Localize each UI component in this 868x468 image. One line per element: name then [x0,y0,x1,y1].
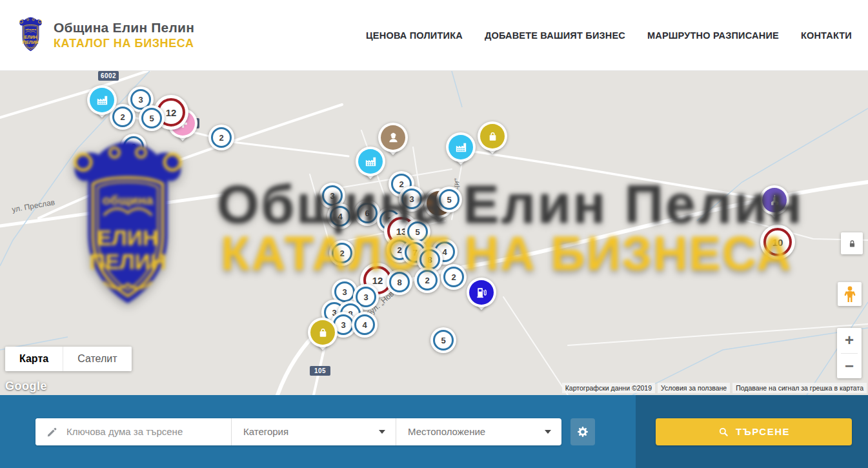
lock-button[interactable] [841,232,863,254]
zoom-control: + − [837,328,862,378]
municipality-crest-logo: община ЕЛИН ПЕЛИН [15,16,46,55]
attribution-link[interactable]: Подаване на сигнал за грешка в картата [732,383,867,393]
brand[interactable]: община ЕЛИН ПЕЛИН Община Елин Пелин КАТА… [15,16,194,55]
header: община ЕЛИН ПЕЛИН Община Елин Пелин КАТА… [0,0,868,71]
nav-contacts[interactable]: КОНТАКТИ [801,30,852,41]
category-select[interactable]: Категория [231,418,396,445]
map-type-satellite-button[interactable]: Сателит [63,347,131,371]
search-fields-panel: Категория Местоположение [0,395,636,468]
cluster-marker[interactable]: 4 [352,312,378,338]
pin-circle [467,278,496,307]
cluster-marker[interactable]: 2 [208,125,234,150]
bag-icon [316,325,330,340]
bag-pin-marker[interactable] [308,318,338,352]
watermark-subtitle: КАТАЛОГ НА БИЗНЕСА [221,226,792,281]
cluster-marker[interactable]: 5 [430,327,456,353]
factory-icon [363,154,378,169]
search-submit-panel: ТЪРСЕНЕ [636,395,868,468]
gear-icon [576,425,589,438]
pencil-icon [46,425,59,438]
keyword-field-wrap [35,418,231,445]
brand-subtitle: КАТАЛОГ НА БИЗНЕСА [54,37,194,50]
brand-title: Община Елин Пелин [54,20,194,36]
cluster-count: 4 [362,320,367,330]
worker-icon [386,130,401,145]
pegman-icon [843,286,857,303]
header-logo-name2-text: ПЕЛИН [23,40,39,45]
fuel-pin-marker[interactable] [467,278,496,312]
road-shield-label: 105 [310,366,330,376]
cluster-count: 3 [342,287,347,297]
map-canvas[interactable]: 6002105ул. Преславбул. „Новоселци“ 3 12 [0,71,868,395]
search-button[interactable]: ТЪРСЕНЕ [656,418,852,445]
nav-pricing-policy[interactable]: ЦЕНОВА ПОЛИТИКА [366,30,463,41]
location-select[interactable]: Местоположение [396,418,561,445]
search-bar: Категория Местоположение ТЪРСЕНЕ [0,395,868,468]
header-logo-name1-text: ЕЛИН [25,35,37,39]
google-logo[interactable]: Google [5,380,47,393]
pin-circle [446,132,476,162]
pin-circle [478,121,507,151]
cluster-count: 5 [149,114,154,123]
road-shield-label: 6002 [98,71,119,81]
cluster-count: 5 [441,336,445,345]
pin-circle [308,318,338,347]
zoom-in-button[interactable]: + [837,328,862,353]
nav-route-schedule[interactable]: МАРШРУТНО РАЗПИСАНИЕ [647,30,779,41]
watermark-logo-top-text: община [103,192,154,207]
cluster-count: 2 [120,112,125,122]
pin-circle [356,147,385,176]
fuel-icon [474,285,489,300]
keyword-search-input[interactable] [35,418,231,445]
search-icon [718,426,729,438]
pin-circle [87,85,117,115]
main-nav: ЦЕНОВА ПОЛИТИКА ДОБАВЕТЕ ВАШИЯТ БИЗНЕС М… [366,30,868,41]
bag-icon [485,129,500,144]
cluster-count: 12 [166,107,177,118]
map-type-control: Карта Сателит [5,347,132,371]
map-attribution: Картографски данни ©2019Условия за ползв… [562,383,867,393]
location-select-value: Местоположение [396,426,485,437]
attribution-link[interactable]: Условия за ползване [658,383,730,393]
bag-pin-marker[interactable] [478,121,507,156]
watermark-crest-logo: община ЕЛИН ПЕЛИН [55,138,201,319]
watermark-logo-name2-text: ПЕЛИН [90,250,166,274]
factory-pin-marker[interactable] [446,132,476,167]
cluster-count: 3 [341,320,345,330]
pegman-street-view-button[interactable] [838,282,862,306]
factory-icon [95,93,110,108]
cluster-count: 2 [219,133,223,143]
chevron-down-icon [379,430,385,434]
cluster-count: 3 [363,292,368,302]
map-type-map-button[interactable]: Карта [5,347,63,371]
chevron-down-icon [545,430,551,434]
lock-icon [847,238,858,249]
header-logo-top-text: община [25,28,36,31]
factory-icon [454,140,469,155]
attribution-text: Картографски данни ©2019 [562,383,655,393]
zoom-out-button[interactable]: − [837,353,862,378]
nav-add-your-business[interactable]: ДОБАВЕТЕ ВАШИЯТ БИЗНЕС [485,30,625,41]
advanced-search-gear-button[interactable] [570,418,595,445]
cluster-marker[interactable]: 5 [139,105,165,131]
factory-pin-marker[interactable] [87,85,117,119]
watermark-logo-name1-text: ЕЛИН [97,226,158,250]
search-button-label: ТЪРСЕНЕ [736,426,790,437]
category-select-value: Категория [232,426,288,437]
cluster-count: 3 [138,95,143,105]
